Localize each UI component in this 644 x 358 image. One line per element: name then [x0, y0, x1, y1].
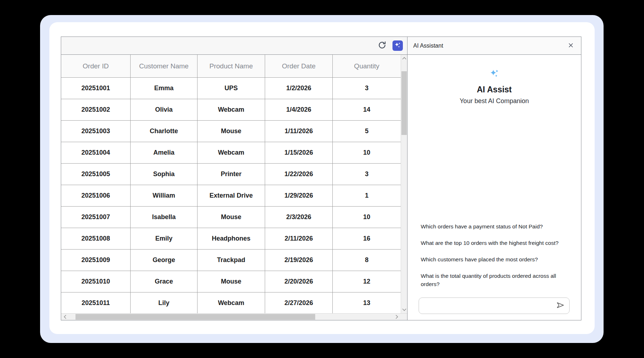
cell-order-date: 1/29/2026	[265, 185, 333, 206]
paper-plane-icon	[556, 301, 565, 311]
table-row[interactable]: 20251009 George Trackpad 2/19/2026 8	[61, 250, 401, 271]
cell-order-id: 20251011	[61, 292, 131, 313]
cell-customer-name: Emma	[131, 78, 197, 99]
cell-quantity: 12	[333, 271, 401, 292]
cell-customer-name: Isabella	[131, 207, 197, 228]
column-header-order-date[interactable]: Order Date	[265, 55, 333, 77]
send-button[interactable]	[555, 300, 566, 311]
table-row[interactable]: 20251004 Amelia Webcam 1/15/2026 10	[61, 142, 401, 164]
table-toolbar	[61, 37, 407, 55]
cell-quantity: 14	[333, 99, 401, 120]
ai-assistant-panel: AI Assistant	[408, 37, 581, 320]
cell-order-id: 20251003	[61, 121, 131, 142]
cell-product-name: Printer	[197, 164, 265, 185]
cell-order-date: 2/20/2026	[265, 271, 333, 292]
suggestion-item[interactable]: Which customers have placed the most ord…	[421, 255, 564, 263]
horizontal-scroll-thumb[interactable]	[75, 314, 315, 320]
table-row[interactable]: 20251008 Emily Headphones 2/11/2026 16	[61, 228, 401, 250]
suggestion-item[interactable]: Which orders have a payment status of No…	[421, 222, 564, 231]
vertical-scroll-thumb[interactable]	[401, 71, 407, 135]
ai-panel-header: AI Assistant	[408, 37, 581, 55]
cell-product-name: UPS	[197, 78, 265, 99]
vertical-scrollbar[interactable]	[401, 55, 407, 313]
cell-order-date: 2/27/2026	[265, 292, 333, 313]
cell-order-id: 20251006	[61, 185, 131, 206]
close-panel-button[interactable]	[566, 41, 575, 50]
cell-customer-name: Emily	[131, 228, 197, 249]
refresh-button[interactable]	[377, 40, 387, 51]
cell-product-name: Webcam	[197, 99, 265, 120]
scroll-right-arrow-icon[interactable]	[394, 314, 400, 320]
column-header-product-name[interactable]: Product Name	[197, 55, 265, 77]
cell-order-date: 1/15/2026	[265, 142, 333, 163]
app-window: Order ID Customer Name Product Name Orde…	[61, 37, 581, 320]
cell-quantity: 8	[333, 250, 401, 271]
cell-customer-name: Lily	[131, 292, 197, 313]
table-grid-area: Order ID Customer Name Product Name Orde…	[61, 55, 407, 313]
cell-quantity: 16	[333, 228, 401, 249]
cell-order-id: 20251002	[61, 99, 131, 120]
cell-product-name: Mouse	[197, 271, 265, 292]
screen-background: Order ID Customer Name Product Name Orde…	[0, 0, 644, 358]
table-row[interactable]: 20251002 Olivia Webcam 1/4/2026 14	[61, 99, 401, 121]
cell-quantity: 5	[333, 121, 401, 142]
cell-order-id: 20251008	[61, 228, 131, 249]
sparkles-icon	[394, 42, 401, 50]
orders-table-widget: Order ID Customer Name Product Name Orde…	[61, 37, 408, 320]
chat-input[interactable]	[424, 303, 555, 309]
cell-quantity: 1	[333, 185, 401, 206]
cell-order-date: 2/3/2026	[265, 207, 333, 228]
cell-order-date: 2/11/2026	[265, 228, 333, 249]
scroll-left-arrow-icon[interactable]	[62, 314, 68, 320]
cell-customer-name: George	[131, 250, 197, 271]
cell-product-name: Webcam	[197, 292, 265, 313]
cell-order-id: 20251010	[61, 271, 131, 292]
cell-order-id: 20251001	[61, 78, 131, 99]
cell-customer-name: Grace	[131, 271, 197, 292]
horizontal-scrollbar[interactable]	[61, 313, 407, 320]
outer-card: Order ID Customer Name Product Name Orde…	[40, 15, 604, 343]
cell-quantity: 10	[333, 142, 401, 163]
cell-product-name: Webcam	[197, 142, 265, 163]
cell-order-id: 20251004	[61, 142, 131, 163]
ai-hero: AI Assist Your best AI Companion	[408, 68, 581, 105]
scroll-down-arrow-icon[interactable]	[401, 307, 407, 313]
suggestion-item[interactable]: What is the total quantity of products o…	[421, 272, 564, 288]
column-header-order-id[interactable]: Order ID	[61, 55, 131, 77]
cell-customer-name: Olivia	[131, 99, 197, 120]
table-header-row: Order ID Customer Name Product Name Orde…	[61, 55, 401, 78]
scroll-up-arrow-icon[interactable]	[401, 55, 407, 61]
suggestion-item[interactable]: What are the top 10 orders with the high…	[421, 239, 564, 247]
table-body: 20251001 Emma UPS 1/2/2026 3 20251002	[61, 78, 401, 313]
cell-product-name: External Drive	[197, 185, 265, 206]
cell-quantity: 3	[333, 78, 401, 99]
cell-order-date: 1/4/2026	[265, 99, 333, 120]
cell-order-date: 2/19/2026	[265, 250, 333, 271]
orders-table: Order ID Customer Name Product Name Orde…	[61, 55, 401, 313]
cell-order-id: 20251005	[61, 164, 131, 185]
cell-quantity: 13	[333, 292, 401, 313]
column-header-quantity[interactable]: Quantity	[333, 55, 401, 77]
table-row[interactable]: 20251001 Emma UPS 1/2/2026 3	[61, 78, 401, 99]
cell-customer-name: Sophia	[131, 164, 197, 185]
cell-order-id: 20251007	[61, 207, 131, 228]
cell-order-date: 1/22/2026	[265, 164, 333, 185]
ai-panel-body: AI Assist Your best AI Companion Which o…	[408, 55, 581, 320]
table-row[interactable]: 20251003 Charlotte Mouse 1/11/2026 5	[61, 121, 401, 142]
table-row[interactable]: 20251006 William External Drive 1/29/202…	[61, 185, 401, 207]
chat-input-container	[419, 297, 570, 314]
cell-order-date: 1/2/2026	[265, 78, 333, 99]
column-header-customer-name[interactable]: Customer Name	[131, 55, 197, 77]
cell-order-date: 1/11/2026	[265, 121, 333, 142]
table-row[interactable]: 20251005 Sophia Printer 1/22/2026 3	[61, 164, 401, 185]
table-row[interactable]: 20251011 Lily Webcam 2/27/2026 13	[61, 292, 401, 313]
ai-panel-title: AI Assistant	[413, 43, 443, 49]
ai-assistant-toggle-button[interactable]	[392, 40, 403, 51]
table-row[interactable]: 20251010 Grace Mouse 2/20/2026 12	[61, 271, 401, 292]
sparkles-icon	[489, 68, 500, 81]
ai-hero-title: AI Assist	[408, 85, 581, 95]
inner-card: Order ID Customer Name Product Name Orde…	[49, 22, 595, 334]
table-row[interactable]: 20251007 Isabella Mouse 2/3/2026 10	[61, 207, 401, 228]
cell-quantity: 3	[333, 164, 401, 185]
cell-order-id: 20251009	[61, 250, 131, 271]
